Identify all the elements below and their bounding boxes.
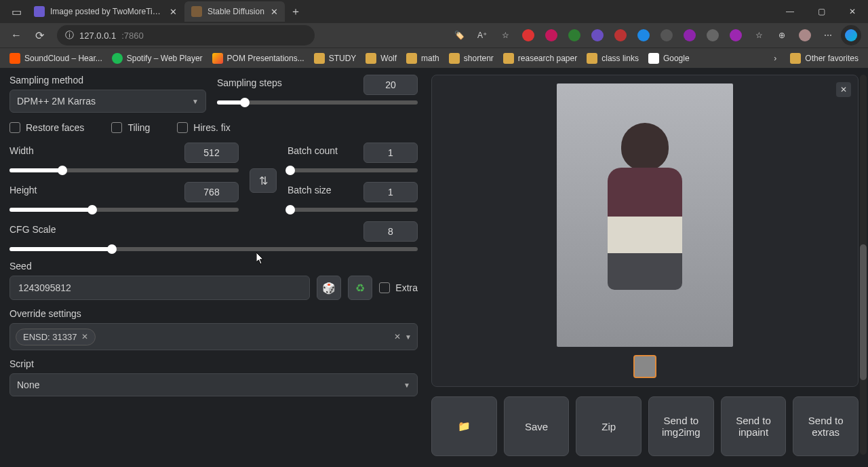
close-preview-button[interactable]: ✕ <box>836 82 851 97</box>
ext-icon[interactable] <box>656 25 677 45</box>
ext-icon[interactable] <box>541 25 561 45</box>
height-input[interactable]: 768 <box>184 182 239 202</box>
tab-actions-icon[interactable]: ▭ <box>5 0 27 23</box>
bookmark-item[interactable]: Google <box>644 50 694 67</box>
batch-count-slider[interactable] <box>288 168 418 172</box>
sampling-method-label: Sampling method <box>9 75 206 86</box>
bookmark-folder[interactable]: Wolf <box>361 50 401 67</box>
height-slider[interactable] <box>9 208 239 212</box>
settings-panel: Sampling method DPM++ 2M Karras ▼ Sampli… <box>0 68 427 467</box>
bookmark-folder[interactable]: shortenr <box>445 50 498 67</box>
batch-size-label: Batch size <box>288 185 332 195</box>
script-dropdown[interactable]: None ▼ <box>9 373 418 396</box>
other-favorites-button[interactable]: Other favorites <box>786 50 863 67</box>
script-label: Script <box>9 358 418 369</box>
seed-input[interactable]: 1243095812 <box>9 276 310 300</box>
width-input[interactable]: 512 <box>184 143 239 163</box>
favorite-icon[interactable]: ☆ <box>495 25 515 45</box>
url-host: 127.0.0.1 <box>79 31 116 41</box>
close-icon[interactable]: ✕ <box>168 7 178 16</box>
browser-tab[interactable]: Stable Diffusion ✕ <box>184 1 285 22</box>
bookmark-folder[interactable]: math <box>402 50 443 67</box>
hires-fix-checkbox[interactable]: Hires. fix <box>177 122 230 133</box>
random-seed-button[interactable]: 🎲 <box>317 276 341 300</box>
extra-checkbox[interactable]: Extra <box>379 282 418 293</box>
browser-titlebar: ▭ Image posted by TwoMoreTimes ✕ Stable … <box>0 0 868 23</box>
collections-icon[interactable]: ⊕ <box>772 25 792 45</box>
copilot-icon[interactable] <box>841 25 861 45</box>
cfg-scale-input[interactable]: 8 <box>363 221 418 242</box>
reuse-seed-button[interactable]: ♻︎ <box>348 276 372 300</box>
read-aloud-icon[interactable]: A⁺ <box>472 25 492 45</box>
bookmark-folder[interactable]: reasearch paper <box>499 50 581 67</box>
chevron-down-icon: ▼ <box>403 381 410 389</box>
send-inpaint-button[interactable]: Send to inpaint <box>721 396 787 456</box>
override-tag[interactable]: ENSD: 31337 ✕ <box>16 329 96 345</box>
minimize-button[interactable]: ― <box>774 0 806 23</box>
output-panel: ✕ 📁 Save Zip Send to img2img Send to inp… <box>427 68 868 467</box>
generated-image[interactable] <box>557 83 733 347</box>
ext-icon[interactable] <box>679 25 700 45</box>
batch-count-input[interactable]: 1 <box>363 143 418 163</box>
width-slider[interactable] <box>9 168 239 172</box>
save-button[interactable]: Save <box>504 396 570 456</box>
page-scrollbar-thumb[interactable] <box>860 244 867 380</box>
bookmark-item[interactable]: Spotify – Web Player <box>108 50 207 67</box>
bookmarks-overflow-icon[interactable]: › <box>768 54 782 63</box>
address-bar: ← ⟳ ⓘ 127.0.0.1:7860 🏷️ A⁺ ☆ ☆ ⊕ ⋯ <box>0 23 868 48</box>
image-preview: ✕ <box>431 75 859 387</box>
override-settings-input[interactable]: ENSD: 31337 ✕ ✕ ▼ <box>9 323 418 350</box>
site-info-icon[interactable]: ⓘ <box>65 29 74 41</box>
bookmarks-bar: SoundCloud – Hear... Spotify – Web Playe… <box>0 48 868 68</box>
tiling-checkbox[interactable]: Tiling <box>111 122 150 133</box>
url-input[interactable]: ⓘ 127.0.0.1:7860 <box>57 25 315 45</box>
menu-icon[interactable]: ⋯ <box>818 25 838 45</box>
ext-icon[interactable] <box>587 25 608 45</box>
cfg-scale-label: CFG Scale <box>9 224 56 235</box>
maximize-button[interactable]: ▢ <box>806 0 837 23</box>
width-label: Width <box>9 145 34 156</box>
back-button[interactable]: ← <box>7 26 26 45</box>
profile-avatar[interactable] <box>795 25 815 45</box>
ext-icon[interactable] <box>610 25 631 45</box>
bookmark-folder[interactable]: STUDY <box>310 50 361 67</box>
window-controls: ― ▢ ✕ <box>774 0 868 23</box>
sampling-steps-label: Sampling steps <box>217 77 282 88</box>
restore-faces-checkbox[interactable]: Restore faces <box>9 122 84 133</box>
send-extras-button[interactable]: Send to extras <box>793 396 859 456</box>
batch-count-label: Batch count <box>288 145 338 156</box>
sampling-method-dropdown[interactable]: DPM++ 2M Karras ▼ <box>9 90 206 113</box>
favorites-icon[interactable]: ☆ <box>749 25 769 45</box>
remove-tag-icon[interactable]: ✕ <box>81 332 88 341</box>
bookmark-item[interactable]: POM Presentations... <box>208 50 309 67</box>
shopping-icon[interactable]: 🏷️ <box>449 25 469 45</box>
refresh-button[interactable]: ⟳ <box>30 26 49 45</box>
ext-icon[interactable] <box>703 25 723 45</box>
toolbar-icons: 🏷️ A⁺ ☆ ☆ ⊕ ⋯ <box>449 25 861 45</box>
batch-size-slider[interactable] <box>288 208 418 212</box>
action-buttons: 📁 Save Zip Send to img2img Send to inpai… <box>431 396 859 456</box>
thumbnail[interactable] <box>633 355 656 378</box>
ext-icon[interactable] <box>564 25 585 45</box>
sampling-steps-slider[interactable] <box>217 100 418 105</box>
override-settings-label: Override settings <box>9 308 418 319</box>
ext-icon[interactable] <box>726 25 746 45</box>
new-tab-button[interactable]: ＋ <box>286 5 305 19</box>
close-icon[interactable]: ✕ <box>270 7 279 16</box>
ext-icon[interactable] <box>633 25 654 45</box>
clear-icon[interactable]: ✕ <box>394 332 401 341</box>
send-img2img-button[interactable]: Send to img2img <box>648 396 714 456</box>
browser-tab[interactable]: Image posted by TwoMoreTimes ✕ <box>27 1 183 22</box>
bookmark-item[interactable]: SoundCloud – Hear... <box>5 50 106 67</box>
ext-icon[interactable] <box>518 25 538 45</box>
chevron-down-icon[interactable]: ▼ <box>405 333 412 341</box>
zip-button[interactable]: Zip <box>576 396 642 456</box>
close-window-button[interactable]: ✕ <box>837 0 868 23</box>
swap-dimensions-button[interactable]: ⇅ <box>250 168 277 193</box>
cfg-scale-slider[interactable] <box>9 247 418 251</box>
seed-label: Seed <box>9 261 418 272</box>
batch-size-input[interactable]: 1 <box>363 182 418 202</box>
bookmark-folder[interactable]: class links <box>583 50 643 67</box>
sampling-steps-input[interactable]: 20 <box>363 75 418 95</box>
open-folder-button[interactable]: 📁 <box>431 396 497 456</box>
